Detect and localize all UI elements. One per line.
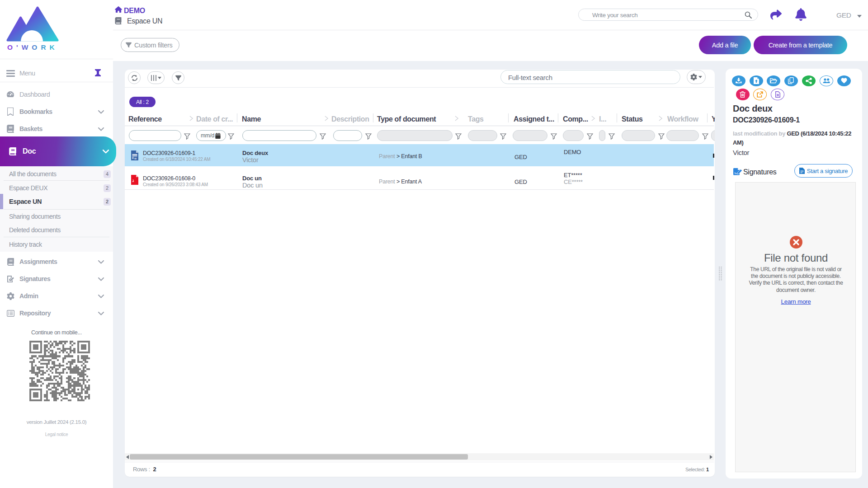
svg-text:λ: λ bbox=[132, 179, 134, 183]
svg-text:O'WORK: O'WORK bbox=[7, 43, 58, 51]
